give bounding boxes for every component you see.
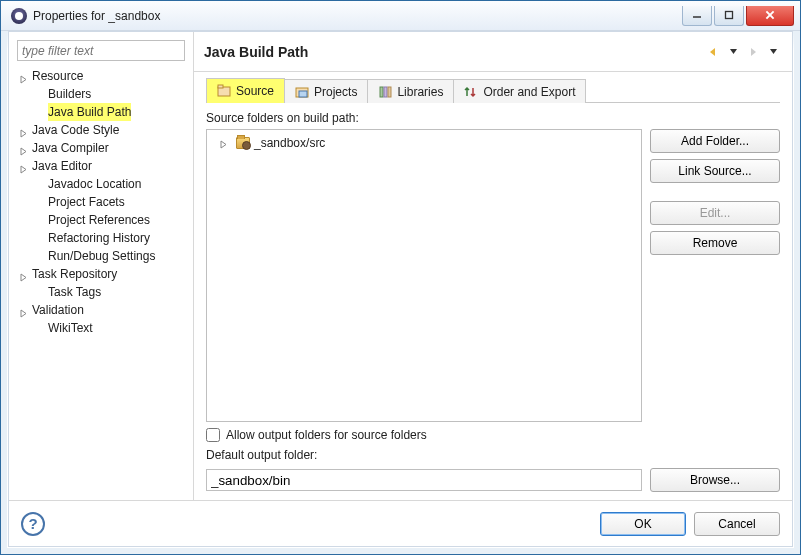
default-output-row: Browse... [206,468,780,492]
dialog-footer: ? OK Cancel [9,500,792,546]
source-area: _sandbox/src Add Folder... Link Source..… [206,129,780,422]
tree-item-label: Java Editor [32,157,92,175]
tree-item-label: Run/Debug Settings [48,247,155,265]
tree-item-resource[interactable]: Resource [19,67,189,85]
window-controls [682,6,794,26]
expand-icon [35,107,46,118]
default-output-label: Default output folder: [206,448,780,462]
tree-item-project-references[interactable]: Project References [19,211,189,229]
tree-item-label: Java Build Path [48,103,131,121]
tree-item-label: Javadoc Location [48,175,141,193]
titlebar: Properties for _sandbox [1,1,800,31]
tree-item-task-tags[interactable]: Task Tags [19,283,189,301]
page-nav [704,43,782,61]
expand-icon [35,251,46,262]
tab-projects[interactable]: Projects [284,79,368,103]
tab-label: Order and Export [483,85,575,99]
tree-item-label: Refactoring History [48,229,150,247]
tab-bar: SourceProjectsLibrariesOrder and Export [206,78,780,103]
expand-icon [35,287,46,298]
tree-item-run-debug-settings[interactable]: Run/Debug Settings [19,247,189,265]
list-item[interactable]: _sandbox/src [211,134,637,152]
expand-icon[interactable] [19,269,30,280]
expand-icon[interactable] [19,71,30,82]
edit-button[interactable]: Edit... [650,201,780,225]
tree-item-label: WikiText [48,319,93,337]
filter-box [17,40,185,61]
tab-label: Libraries [397,85,443,99]
back-menu-icon[interactable] [724,43,742,61]
tree-item-label: Java Code Style [32,121,119,139]
output-section: Allow output folders for source folders … [206,428,780,492]
svg-rect-10 [388,87,391,97]
tree-item-wikitext[interactable]: WikiText [19,319,189,337]
dialog-content: ResourceBuildersJava Build PathJava Code… [8,31,793,547]
tab-order-and-export[interactable]: Order and Export [453,79,586,103]
list-item-label: _sandbox/src [254,136,325,150]
tree-item-java-code-style[interactable]: Java Code Style [19,121,189,139]
forward-button[interactable] [744,43,762,61]
minimize-button[interactable] [682,6,712,26]
tree-item-validation[interactable]: Validation [19,301,189,319]
svg-rect-7 [299,91,307,97]
link-source-button[interactable]: Link Source... [650,159,780,183]
tab-libraries[interactable]: Libraries [367,79,454,103]
remove-button[interactable]: Remove [650,231,780,255]
expand-icon[interactable] [219,138,230,149]
allow-output-checkbox[interactable] [206,428,220,442]
expand-icon [35,197,46,208]
libraries-icon [378,85,392,99]
eclipse-icon [11,8,27,24]
allow-output-label: Allow output folders for source folders [226,428,427,442]
window-title: Properties for _sandbox [33,9,682,23]
tree-item-label: Validation [32,301,84,319]
svg-rect-9 [384,87,387,97]
tree-item-label: Task Repository [32,265,117,283]
source-panel: Source folders on build path: _sandbox/s… [206,103,780,492]
source-folder-list[interactable]: _sandbox/src [206,129,642,422]
tree-item-builders[interactable]: Builders [19,85,189,103]
category-tree[interactable]: ResourceBuildersJava Build PathJava Code… [13,67,189,494]
tree-item-label: Project Facets [48,193,125,211]
svg-rect-1 [726,12,733,19]
ok-button[interactable]: OK [600,512,686,536]
tree-item-java-editor[interactable]: Java Editor [19,157,189,175]
expand-icon [35,89,46,100]
tree-item-refactoring-history[interactable]: Refactoring History [19,229,189,247]
expand-icon[interactable] [19,143,30,154]
order-icon [464,85,478,99]
expand-icon[interactable] [19,125,30,136]
browse-button[interactable]: Browse... [650,468,780,492]
page-body: SourceProjectsLibrariesOrder and Export … [194,72,792,500]
tree-item-task-repository[interactable]: Task Repository [19,265,189,283]
tab-label: Projects [314,85,357,99]
tree-item-label: Project References [48,211,150,229]
expand-icon [35,323,46,334]
help-button[interactable]: ? [21,512,45,536]
back-button[interactable] [704,43,722,61]
default-output-field[interactable] [206,469,642,491]
cancel-button[interactable]: Cancel [694,512,780,536]
add-folder-button[interactable]: Add Folder... [650,129,780,153]
expand-icon [35,215,46,226]
tree-item-project-facets[interactable]: Project Facets [19,193,189,211]
source-folders-label: Source folders on build path: [206,111,780,125]
tree-item-java-compiler[interactable]: Java Compiler [19,139,189,157]
forward-menu-icon[interactable] [764,43,782,61]
tab-label: Source [236,84,274,98]
source-icon [217,84,231,98]
expand-icon[interactable] [19,305,30,316]
maximize-button[interactable] [714,6,744,26]
tab-source[interactable]: Source [206,78,285,103]
close-button[interactable] [746,6,794,26]
category-tree-pane: ResourceBuildersJava Build PathJava Code… [9,32,194,500]
tree-item-label: Builders [48,85,91,103]
allow-output-checkbox-row: Allow output folders for source folders [206,428,780,442]
page-header: Java Build Path [194,32,792,72]
tree-item-java-build-path[interactable]: Java Build Path [19,103,189,121]
tree-item-javadoc-location[interactable]: Javadoc Location [19,175,189,193]
filter-input[interactable] [17,40,185,61]
expand-icon[interactable] [19,161,30,172]
projects-icon [295,85,309,99]
main-area: ResourceBuildersJava Build PathJava Code… [9,32,792,500]
